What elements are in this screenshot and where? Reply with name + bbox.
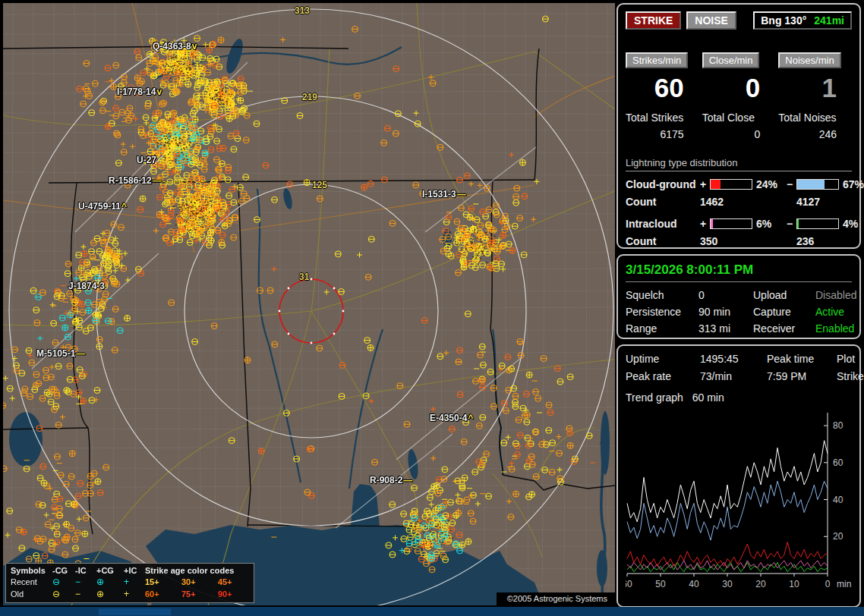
cg-plus-count: 1462 [700,196,796,208]
strikes-per-min-value: 60 [626,74,699,101]
svg-text:20: 20 [755,579,766,589]
intracloud-label: Intracloud [626,218,700,230]
cg-minus-count: 4127 [796,196,852,208]
lightning-map[interactable]: Q-4363-8vI-1778-14vU-27R-1586-12—U-4759-… [3,3,615,605]
peak-rate-label: Peak rate [626,370,700,382]
ic-minus-pct: 4% [839,218,858,230]
noise-mode-button[interactable]: NOISE [686,11,736,30]
strike-age-code: 90+ [218,589,248,599]
strike-mode-button[interactable]: STRIKE [626,11,681,30]
legend-col-neg-ic: -IC [75,566,96,575]
cloud-ground-count-row: Count 1462 4127 [626,196,852,208]
trend-graph-chart: 204060806050403020100min [626,405,855,593]
peak-time-label: Peak time [767,353,837,365]
plot-label: Plot [837,353,864,365]
cloud-ground-label: Cloud-ground [626,178,700,190]
status-sidebar: STRIKE NOISE Bng 130° 241mi Strikes/min … [616,3,861,613]
total-noises-label: Total Noises [778,112,852,124]
legend-col-pos-ic: +IC [124,566,145,575]
legend-row-label: Recent [11,577,52,586]
legend-row-label: Old [11,589,52,599]
app-window: Q-4363-8vI-1778-14vU-27R-1586-12—U-4759-… [0,0,864,616]
legend-symbols-header: Symbols [11,566,52,575]
total-strikes-label: Total Strikes [626,112,699,124]
bearing-readout: Bng 130° 241mi [753,11,852,30]
persistence-value: 90 min [698,306,753,318]
bearing-distance: 241mi [814,14,844,27]
svg-text:min: min [837,579,851,589]
uptime-label: Uptime [626,353,700,365]
strikes-per-min-button[interactable]: Strikes/min [626,52,688,68]
strike-symbol-glyph: − [75,589,96,599]
peak-rate-value: 73/min [700,370,767,382]
cg-minus-pct: 67% [839,178,864,190]
distribution-title: Lightning type distribution [626,157,852,171]
strike-age-code: 30+ [181,577,218,586]
ic-minus-bar [796,218,839,229]
trend-graph-value: 60 min [692,391,724,404]
svg-text:30: 30 [722,579,733,589]
count-label: Count [626,196,700,208]
strike-symbol-glyph: + [124,577,145,587]
svg-text:10: 10 [789,579,799,589]
strike-symbol-glyph: + [124,589,145,599]
peak-time-value: 7:59 PM [767,370,837,382]
receiver-value: Enabled [815,322,856,335]
receiver-status-panel: 3/15/2026 8:00:11 PM Squelch 0 Upload Di… [616,254,861,339]
strike-symbol-glyph: − [75,577,96,587]
strike-age-code: 45+ [218,577,248,586]
count-label: Count [626,235,700,247]
ic-minus-count: 236 [796,235,852,247]
cg-minus-bar [796,179,839,190]
upload-value: Disabled [815,289,856,301]
intracloud-count-row: Count 350 236 [626,235,852,247]
trend-graph-label: Trend graph [626,391,683,404]
trend-panel: Uptime 1495:45 Peak time Plot Peak rate … [616,344,861,608]
svg-text:60: 60 [626,579,632,589]
ic-plus-pct: 6% [752,218,787,230]
svg-text:60: 60 [833,457,844,468]
legend-col-neg-cg: -CG [52,566,75,575]
upload-label: Upload [753,289,815,301]
persistence-label: Persistence [626,306,698,318]
total-noises-value: 246 [778,128,852,140]
svg-text:20: 20 [833,531,844,542]
strike-symbol-glyph: ⊖ [52,589,75,599]
svg-text:80: 80 [833,420,844,431]
noises-per-min-button[interactable]: Noises/min [778,52,840,68]
cg-plus-pct: 24% [752,178,787,190]
noises-per-min-value: 1 [778,74,852,101]
svg-text:0: 0 [825,579,831,589]
capture-value: Active [815,306,856,318]
svg-text:40: 40 [689,579,699,589]
range-label: Range [626,322,698,335]
strike-age-code: 60+ [145,589,181,599]
strike-legend: Symbols -CG -IC +CG +IC Strike age color… [5,563,254,603]
intracloud-row: Intracloud + 6% − 4% [626,218,852,230]
svg-text:40: 40 [833,495,844,505]
strike-symbol-glyph: ⊕ [96,577,124,587]
taskbar-strip[interactable] [0,607,864,616]
squelch-value: 0 [698,289,753,301]
copyright-text: ©2005 Astrogenic Systems [497,592,615,605]
strike-symbols-canvas [3,3,615,605]
legend-age-header: Strike age color codes [145,566,248,575]
total-close-value: 0 [702,128,776,140]
strike-symbol-glyph: ⊖ [52,577,75,587]
cloud-ground-row: Cloud-ground + 24% − 67% [626,178,852,190]
plus-sign: + [700,218,710,230]
uptime-value: 1495:45 [700,353,767,365]
strike-symbol-glyph: ⊕ [96,589,124,599]
datetime-display: 3/15/2026 8:00:11 PM [626,262,852,282]
close-per-min-value: 0 [702,74,776,101]
close-per-min-button[interactable]: Close/min [702,52,760,68]
ic-plus-count: 350 [700,235,796,247]
svg-text:50: 50 [655,579,666,589]
cg-plus-bar [710,179,752,190]
total-strikes-value: 6175 [626,128,699,140]
plot-value: Strike [837,370,864,382]
strike-age-code: 75+ [181,589,218,599]
minus-sign: − [787,178,796,190]
ic-plus-bar [710,218,752,229]
close-rate-column: Close/min 0 Total Close 0 [702,52,776,140]
